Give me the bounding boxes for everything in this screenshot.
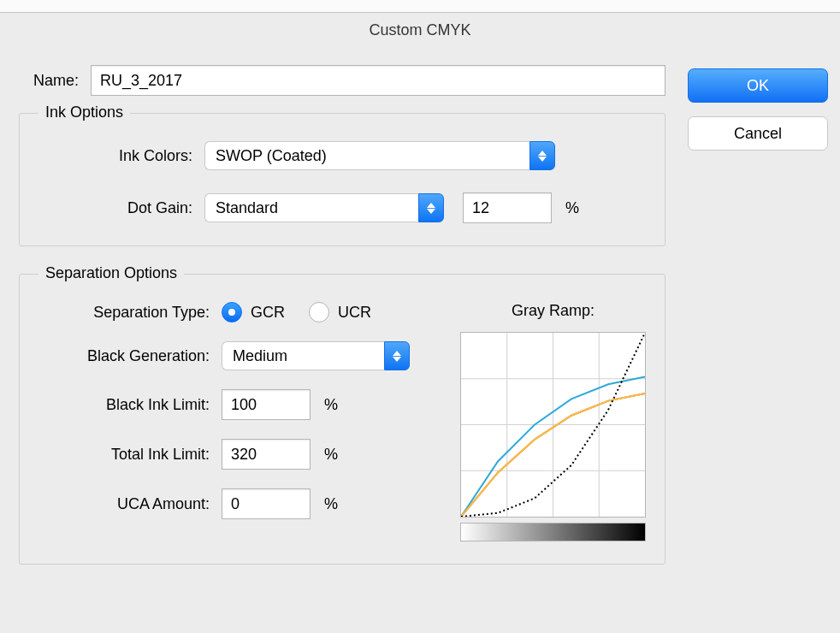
ok-button-label: OK <box>747 77 769 95</box>
chevron-updown-icon <box>384 341 410 370</box>
dot-gain-select[interactable]: Standard <box>204 193 444 222</box>
black-ink-limit-row: Black Ink Limit: % <box>38 389 436 420</box>
dialog-title: Custom CMYK <box>369 21 470 38</box>
dot-gain-label: Dot Gain: <box>38 199 192 217</box>
ink-options-legend: Ink Options <box>38 104 130 121</box>
gcr-label: GCR <box>251 304 285 322</box>
gray-ramp-chart <box>460 332 646 518</box>
name-input[interactable] <box>91 65 665 96</box>
separation-options-legend: Separation Options <box>38 264 184 282</box>
ink-colors-row: Ink Colors: SWOP (Coated) <box>38 141 646 170</box>
black-generation-select[interactable]: Medium <box>222 341 410 370</box>
chevron-updown-icon <box>529 141 555 170</box>
ok-button[interactable]: OK <box>688 68 828 103</box>
dialog-window: Custom CMYK Name: Ink Options Ink Colors… <box>0 0 840 633</box>
ucr-label: UCR <box>338 304 371 322</box>
gcr-radio[interactable] <box>222 302 242 322</box>
percent-label: % <box>324 495 338 513</box>
black-generation-row: Black Generation: Medium <box>38 341 436 370</box>
cancel-button-label: Cancel <box>734 125 782 143</box>
ink-colors-value: SWOP (Coated) <box>204 141 529 170</box>
black-generation-label: Black Generation: <box>38 347 210 365</box>
total-ink-limit-input[interactable] <box>222 439 311 470</box>
total-ink-limit-label: Total Ink Limit: <box>38 446 210 464</box>
dot-gain-row: Dot Gain: Standard % <box>38 192 646 223</box>
percent-label: % <box>565 199 579 217</box>
dot-gain-value-input[interactable] <box>463 192 552 223</box>
cancel-button[interactable]: Cancel <box>688 116 828 151</box>
ink-options-fieldset: Ink Options Ink Colors: SWOP (Coated) Do… <box>19 113 665 246</box>
name-label: Name: <box>19 72 79 90</box>
total-ink-limit-row: Total Ink Limit: % <box>38 439 436 470</box>
ucr-radio[interactable] <box>309 302 329 322</box>
name-row: Name: <box>19 65 665 96</box>
gray-ramp-label: Gray Ramp: <box>460 302 646 320</box>
dot-gain-type: Standard <box>204 193 418 222</box>
percent-label: % <box>324 446 338 464</box>
background-window-strip <box>0 0 840 13</box>
dialog-content: Name: Ink Options Ink Colors: SWOP (Coat… <box>0 48 840 582</box>
separation-type-row: Separation Type: GCR UCR <box>38 302 436 322</box>
black-ink-limit-label: Black Ink Limit: <box>38 396 210 414</box>
separation-options-fieldset: Separation Options Separation Type: GCR … <box>19 274 665 565</box>
dialog-left-column: Name: Ink Options Ink Colors: SWOP (Coat… <box>19 65 665 565</box>
gray-ramp-column: Gray Ramp: <box>460 302 646 541</box>
uca-amount-row: UCA Amount: % <box>38 488 436 519</box>
dialog-right-buttons: OK Cancel <box>688 68 828 565</box>
ink-colors-label: Ink Colors: <box>38 147 192 165</box>
black-ink-limit-input[interactable] <box>222 389 311 420</box>
uca-amount-label: UCA Amount: <box>38 495 210 513</box>
dialog-titlebar: Custom CMYK <box>0 13 840 48</box>
ink-colors-select[interactable]: SWOP (Coated) <box>204 141 555 170</box>
gray-ramp-gradient <box>460 523 646 541</box>
chevron-updown-icon <box>418 193 444 222</box>
black-generation-value: Medium <box>222 341 384 370</box>
uca-amount-input[interactable] <box>222 488 311 519</box>
separation-type-label: Separation Type: <box>38 304 210 322</box>
percent-label: % <box>324 396 338 414</box>
